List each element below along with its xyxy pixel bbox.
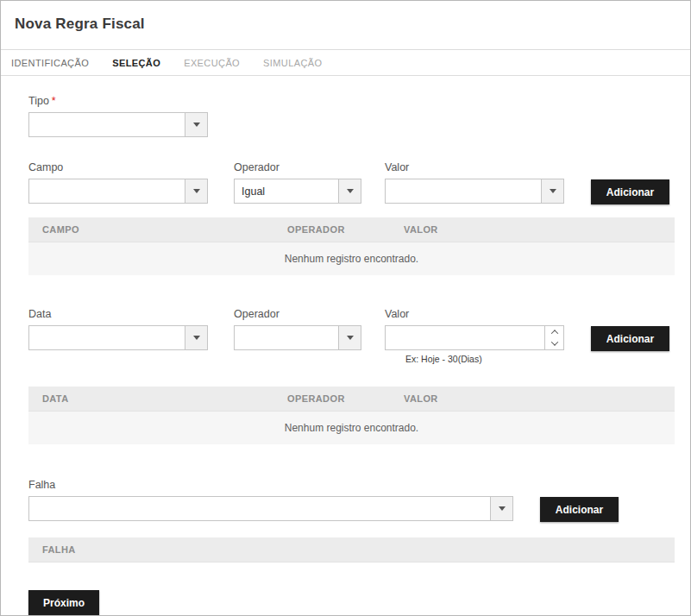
campo-add-wrap: Adicionar	[591, 161, 669, 204]
caret-down-icon	[193, 336, 200, 340]
tab-identificacao[interactable]: IDENTIFICAÇÃO	[11, 58, 89, 68]
operador-select[interactable]: Igual	[234, 179, 361, 204]
column-header: DATA	[28, 387, 273, 411]
campo-table: CAMPO OPERADOR VALOR Nenhum registro enc…	[28, 217, 675, 275]
falha-label: Falha	[28, 479, 513, 491]
chevron-up-icon	[550, 330, 557, 336]
next-button[interactable]: Próximo	[28, 590, 99, 615]
column-header: OPERADOR	[273, 217, 390, 242]
add-campo-button[interactable]: Adicionar	[591, 179, 669, 204]
column-header: VALOR	[390, 387, 675, 411]
spinner-down-icon[interactable]	[545, 338, 563, 350]
dropdown-arrow-icon[interactable]	[490, 497, 512, 520]
tipo-label-text: Tipo	[28, 95, 49, 107]
data-label: Data	[28, 308, 208, 320]
data-field: Data	[28, 308, 208, 350]
add-falha-button[interactable]: Adicionar	[540, 497, 619, 522]
campo-table-empty-message: Nenhum registro encontrado.	[28, 242, 675, 275]
tab-execucao[interactable]: EXECUÇÃO	[184, 58, 240, 68]
tab-simulacao[interactable]: SIMULAÇÃO	[263, 58, 322, 68]
dropdown-arrow-icon[interactable]	[541, 179, 563, 203]
campo-table-header: CAMPO OPERADOR VALOR	[28, 217, 675, 242]
data-valor-input[interactable]	[386, 326, 544, 349]
required-asterisk: *	[52, 95, 56, 107]
campo-row: Campo Operador Igual Valor	[28, 161, 675, 204]
data-select-value	[29, 326, 185, 349]
data-row: Data Operador Valor	[28, 308, 675, 364]
campo-field: Campo	[28, 161, 208, 204]
data-valor-spinner	[385, 325, 564, 350]
valor-select-value	[386, 179, 541, 203]
valor-label: Valor	[385, 161, 564, 173]
valor-select[interactable]	[385, 179, 564, 204]
column-header: OPERADOR	[273, 387, 390, 411]
campo-label: Campo	[28, 161, 208, 173]
campo-select[interactable]	[28, 179, 208, 204]
operador-field: Operador Igual	[234, 161, 361, 204]
new-fiscal-rule-page: Nova Regra Fiscal IDENTIFICAÇÃO SELEÇÃO …	[0, 0, 691, 616]
operador-select-value: Igual	[235, 179, 338, 203]
dropdown-arrow-icon[interactable]	[185, 179, 207, 203]
campo-select-value	[29, 179, 185, 203]
spinner-buttons	[544, 326, 563, 349]
dropdown-arrow-icon[interactable]	[338, 326, 361, 349]
dropdown-arrow-icon[interactable]	[185, 113, 207, 136]
data-operador-label: Operador	[234, 308, 361, 320]
page-header: Nova Regra Fiscal	[1, 1, 690, 49]
data-operador-field: Operador	[234, 308, 361, 350]
falha-select[interactable]	[28, 496, 513, 521]
falha-table: FALHA	[28, 537, 675, 563]
page-title: Nova Regra Fiscal	[15, 16, 676, 33]
column-header: VALOR	[390, 217, 675, 242]
data-table: DATA OPERADOR VALOR Nenhum registro enco…	[28, 387, 675, 444]
falha-select-value	[29, 497, 490, 520]
data-select[interactable]	[28, 325, 208, 350]
falha-table-header: FALHA	[28, 537, 675, 563]
data-operador-select[interactable]	[234, 325, 361, 350]
caret-down-icon	[347, 336, 354, 340]
dropdown-arrow-icon[interactable]	[185, 326, 207, 349]
column-header: CAMPO	[28, 217, 273, 242]
caret-down-icon	[499, 506, 506, 511]
caret-down-icon	[193, 123, 200, 127]
data-add-wrap: Adicionar	[591, 308, 669, 351]
data-table-empty-message: Nenhum registro encontrado.	[28, 412, 675, 444]
valor-field: Valor	[385, 161, 564, 204]
data-valor-field: Valor Ex: Hoje - 30(Dias)	[385, 308, 564, 364]
dropdown-arrow-icon[interactable]	[338, 179, 361, 203]
tab-selecao[interactable]: SELEÇÃO	[112, 58, 160, 68]
form-content: Tipo* Campo Operador Igual	[1, 76, 690, 615]
caret-down-icon	[550, 189, 556, 193]
data-valor-label: Valor	[385, 308, 564, 320]
form-footer: Próximo	[28, 590, 675, 615]
caret-down-icon	[193, 189, 200, 193]
caret-down-icon	[347, 189, 354, 193]
chevron-down-icon	[550, 339, 557, 346]
tipo-select[interactable]	[28, 112, 208, 137]
tipo-label: Tipo*	[28, 95, 675, 107]
falha-field: Falha	[28, 479, 513, 521]
tipo-select-value	[29, 113, 185, 136]
column-header: FALHA	[28, 537, 675, 562]
falha-add-wrap: Adicionar	[540, 479, 619, 522]
data-valor-hint: Ex: Hoje - 30(Dias)	[405, 354, 564, 364]
tipo-section: Tipo*	[28, 95, 675, 137]
data-operador-select-value	[235, 326, 338, 349]
add-data-button[interactable]: Adicionar	[591, 326, 669, 351]
data-table-header: DATA OPERADOR VALOR	[28, 387, 675, 412]
tab-bar: IDENTIFICAÇÃO SELEÇÃO EXECUÇÃO SIMULAÇÃO	[1, 49, 690, 76]
falha-row: Falha Adicionar	[28, 479, 675, 522]
spinner-up-icon[interactable]	[545, 326, 563, 338]
operador-label: Operador	[234, 161, 361, 173]
